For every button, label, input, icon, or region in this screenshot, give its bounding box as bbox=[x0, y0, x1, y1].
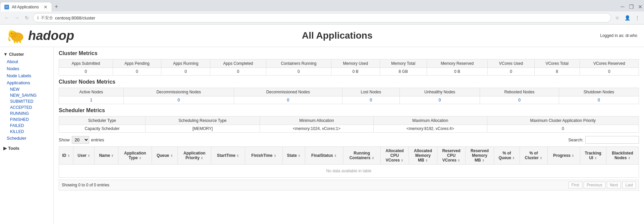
forward-button[interactable]: → bbox=[13, 14, 21, 22]
dt-col-id[interactable]: ID ⇕ bbox=[59, 147, 73, 165]
close-button[interactable]: ✕ bbox=[636, 3, 644, 11]
sidebar-item-node-labels[interactable]: Node Labels bbox=[0, 72, 53, 79]
pctqueue-sort-icon: ⇕ bbox=[512, 156, 515, 160]
user-info: Logged in as: dr.who bbox=[600, 33, 637, 38]
bookmark-button[interactable]: ☆ bbox=[613, 14, 621, 22]
sidebar-item-new-saving[interactable]: NEW_SAVING bbox=[0, 92, 53, 98]
tab-close-button[interactable]: ✕ bbox=[44, 5, 48, 9]
address-bar: ← → ↻ ℹ 不安全 centosq:8088/cluster ☆ 👤 ⋮ bbox=[0, 11, 644, 24]
sidebar-item-finished[interactable]: FINISHED bbox=[0, 117, 53, 123]
dt-col-user[interactable]: User ⇕ bbox=[73, 147, 95, 165]
svg-point-8 bbox=[9, 31, 17, 38]
security-icon: ℹ bbox=[37, 15, 39, 20]
cn-val-rebooted[interactable]: 0 bbox=[480, 96, 559, 104]
dt-col-state[interactable]: State ⇕ bbox=[283, 147, 305, 165]
cm-val-memory-used: 0 B bbox=[331, 68, 380, 76]
cn-col-unhealthy: Unhealthy Nodes bbox=[399, 88, 480, 96]
extensions-button[interactable]: ⋮ bbox=[633, 14, 641, 22]
dt-col-res-cpu[interactable]: ReservedCPUVCores ⇕ bbox=[437, 147, 466, 165]
sidebar-item-accepted[interactable]: ACCEPTED bbox=[0, 104, 53, 110]
search-input[interactable] bbox=[585, 136, 639, 144]
sidebar-item-scheduler[interactable]: Scheduler bbox=[0, 135, 53, 142]
sidebar-item-nodes[interactable]: Nodes bbox=[0, 65, 53, 72]
browser-actions: ☆ 👤 ⋮ bbox=[613, 14, 641, 22]
dt-col-pct-cluster[interactable]: % ofCluster ⇕ bbox=[520, 147, 548, 165]
user-sort-icon: ⇕ bbox=[88, 154, 90, 158]
blacklisted-sort-icon: ⇕ bbox=[628, 156, 631, 160]
sidebar-item-about[interactable]: About bbox=[0, 58, 53, 65]
cm-val-apps-running: 0 bbox=[161, 68, 210, 76]
entries-select[interactable]: 20 10 50 100 bbox=[72, 136, 89, 144]
sidebar-item-submitted[interactable]: SUBMITTED bbox=[0, 98, 53, 104]
cluster-metrics-table: Apps Submitted Apps Pending Apps Running… bbox=[59, 59, 639, 76]
sidebar-item-killed[interactable]: KILLED bbox=[0, 129, 53, 135]
dt-col-app-type[interactable]: ApplicationType ⇕ bbox=[118, 147, 152, 165]
dt-col-alloc-cpu[interactable]: AllocatedCPUVCores ⇕ bbox=[380, 147, 409, 165]
dt-col-tracking-ui[interactable]: TrackingUI ⇕ bbox=[580, 147, 606, 165]
dt-col-pct-queue[interactable]: % ofQueue ⇕ bbox=[494, 147, 520, 165]
dt-col-running-containers[interactable]: RunningContainers ⇕ bbox=[343, 147, 380, 165]
cn-col-decommissioned: Decommissioned Nodes bbox=[234, 88, 342, 96]
sidebar-item-failed[interactable]: FAILED bbox=[0, 123, 53, 129]
tools-header[interactable]: ▶ Tools bbox=[0, 143, 53, 153]
sm-val-max-alloc: <memory:8192, vCores:4> bbox=[373, 125, 487, 133]
active-tab[interactable]: H All Applications ✕ bbox=[0, 2, 52, 11]
sm-col-type: Scheduler Type bbox=[59, 117, 146, 125]
state-sort-icon: ⇕ bbox=[298, 154, 301, 158]
scheduler-metrics-title: Scheduler Metrics bbox=[59, 107, 639, 114]
dt-col-res-mem[interactable]: ReservedMemoryMB ⇕ bbox=[466, 147, 494, 165]
dt-col-blacklisted[interactable]: BlacklistedNodes ⇕ bbox=[606, 147, 639, 165]
queue-sort-icon: ⇕ bbox=[170, 154, 173, 158]
runningcontainers-sort-icon: ⇕ bbox=[372, 156, 374, 160]
dt-col-queue[interactable]: Queue ⇕ bbox=[152, 147, 178, 165]
cn-val-lost[interactable]: 0 bbox=[342, 96, 399, 104]
cn-val-active[interactable]: 1 bbox=[59, 96, 124, 104]
cn-val-unhealthy[interactable]: 0 bbox=[399, 96, 480, 104]
sm-col-resource-type: Scheduling Resource Type bbox=[145, 117, 260, 125]
trackingui-sort-icon: ⇕ bbox=[594, 156, 597, 160]
dt-col-name[interactable]: Name ⇕ bbox=[95, 147, 118, 165]
sidebar-item-applications[interactable]: Applications bbox=[0, 79, 53, 86]
back-button[interactable]: ← bbox=[3, 14, 11, 22]
no-data-message: No data available in table bbox=[59, 165, 639, 178]
new-tab-button[interactable]: + bbox=[52, 2, 61, 12]
cm-val-memory-total: 8 GB bbox=[380, 68, 427, 76]
dt-col-start-time[interactable]: StartTime ⇕ bbox=[211, 147, 245, 165]
reload-button[interactable]: ↻ bbox=[23, 14, 31, 22]
dt-col-alloc-mem[interactable]: AllocatedMemoryMB ⇕ bbox=[409, 147, 437, 165]
next-button[interactable]: Next bbox=[607, 182, 621, 188]
cn-val-decommissioned[interactable]: 0 bbox=[234, 96, 342, 104]
cn-col-decommissioning: Decommissioning Nodes bbox=[123, 88, 234, 96]
cm-val-vcores-reserved: 0 bbox=[580, 68, 639, 76]
tab-bar: H All Applications ✕ + ─ ❐ ✕ bbox=[0, 0, 644, 11]
url-bar[interactable]: ℹ 不安全 centosq:8088/cluster bbox=[33, 13, 611, 23]
tools-label: Tools bbox=[8, 146, 19, 151]
dt-col-progress[interactable]: Progress ⇕ bbox=[547, 147, 580, 165]
cluster-header[interactable]: ▼ Cluster bbox=[0, 50, 53, 58]
minimize-button[interactable]: ─ bbox=[619, 3, 627, 11]
cm-col-apps-submitted: Apps Submitted bbox=[59, 59, 113, 68]
finalstatus-sort-icon: ⇕ bbox=[334, 154, 337, 158]
cn-val-decommissioning[interactable]: 0 bbox=[123, 96, 234, 104]
cluster-nodes-metrics-title: Cluster Nodes Metrics bbox=[59, 79, 639, 85]
cm-col-memory-total: Memory Total bbox=[380, 59, 427, 68]
sidebar-item-running[interactable]: RUNNING bbox=[0, 110, 53, 117]
dt-col-final-status[interactable]: FinalStatus ⇕ bbox=[305, 147, 343, 165]
security-label: 不安全 bbox=[41, 15, 53, 21]
cm-col-vcores-reserved: VCores Reserved bbox=[580, 59, 639, 68]
sidebar-item-new[interactable]: NEW bbox=[0, 86, 53, 92]
restore-button[interactable]: ❐ bbox=[627, 3, 635, 11]
dt-col-app-priority[interactable]: ApplicationPriority ⇕ bbox=[178, 147, 211, 165]
page-title: All Applications bbox=[74, 30, 600, 41]
pagination-buttons: First Previous Next Last bbox=[569, 182, 636, 188]
alloccpu-sort-icon: ⇕ bbox=[401, 159, 404, 162]
cn-col-lost: Lost Nodes bbox=[342, 88, 399, 96]
dt-col-finish-time[interactable]: FinishTime ⇕ bbox=[245, 147, 283, 165]
profile-button[interactable]: 👤 bbox=[623, 14, 631, 22]
cn-val-shutdown[interactable]: 0 bbox=[559, 96, 639, 104]
first-button[interactable]: First bbox=[569, 182, 582, 188]
last-button[interactable]: Last bbox=[622, 182, 636, 188]
cluster-section: ▼ Cluster About Nodes Node Labels Applic… bbox=[0, 50, 53, 142]
previous-button[interactable]: Previous bbox=[584, 182, 605, 188]
cm-col-apps-pending: Apps Pending bbox=[113, 59, 161, 68]
